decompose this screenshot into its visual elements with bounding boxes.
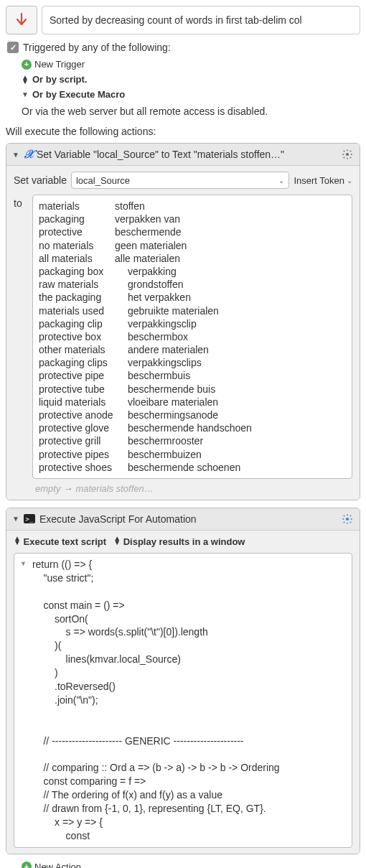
new-action-label: New Action	[34, 862, 81, 868]
or-by-execute-macro-label: Or by Execute Macro	[32, 89, 125, 100]
action-execute-javascript: ▼ >_ Execute JavaScript For Automation ▲…	[6, 508, 360, 854]
or-by-execute-macro-row[interactable]: ▼ Or by Execute Macro	[22, 89, 360, 100]
data-line: protective pipebeschermbuis	[39, 369, 346, 382]
arrow-right-icon: →	[63, 483, 72, 494]
terminal-icon: >_	[24, 514, 35, 523]
script-textarea[interactable]: ▼ return (() => { "use strict"; const ma…	[14, 553, 352, 848]
macro-title-input[interactable]	[42, 6, 360, 34]
script-output-select[interactable]: ▲▼ Display results in a window	[113, 536, 245, 547]
data-line: protective anodebeschermingsanode	[39, 409, 346, 421]
variable-x-icon: 𝒳	[24, 148, 32, 161]
gear-icon[interactable]	[341, 148, 354, 161]
data-line: protectivebeschermende	[39, 225, 346, 238]
action-title: Set Variable "local_Source" to Text "mat…	[37, 149, 284, 160]
will-execute-label: Will execute the following actions:	[6, 126, 360, 137]
variable-value-textarea[interactable]: materialsstoffenpackagingverpakken vanpr…	[32, 195, 352, 479]
data-line: packaging clipverpakkingsclip	[39, 317, 346, 330]
chevron-down-icon: ▼	[22, 90, 29, 98]
script-code: return (() => { "use strict"; const main…	[32, 558, 346, 843]
action-title: Execute JavaScript For Automation	[39, 513, 197, 525]
data-line: protective pipesbeschermbuizen	[39, 448, 346, 461]
action-header[interactable]: ▼ 𝒳 Set Variable "local_Source" to Text …	[6, 144, 360, 166]
insert-token-button[interactable]: Insert Token ⌄	[294, 175, 352, 186]
preview-result: materials stoffen…	[75, 483, 153, 494]
data-line: packaging clipsverpakkingsclips	[39, 356, 346, 369]
data-line: materialsstoffen	[39, 200, 346, 213]
data-line: raw materialsgrondstoffen	[39, 278, 346, 291]
data-line: protective boxbeschermbox	[39, 330, 346, 343]
down-arrow-icon	[13, 11, 30, 29]
updown-icon: ▲▼	[113, 536, 121, 545]
or-via-web-label: Or via the web server but all remote acc…	[22, 106, 360, 117]
updown-icon: ▲▼	[14, 536, 21, 545]
data-line: protective shoesbeschermende schoenen	[39, 461, 346, 474]
or-by-script-label: Or by script.	[32, 74, 88, 85]
data-line: protective tubebeschermende buis	[39, 383, 346, 396]
chevron-down-icon: ⌄	[278, 177, 284, 185]
plus-icon: +	[22, 60, 32, 70]
data-line: no materialsgeen materialen	[39, 239, 346, 252]
new-trigger-label: New Trigger	[34, 59, 85, 70]
triggers-enabled-checkbox[interactable]: ✓	[7, 42, 19, 53]
data-line: packaging boxverpakking	[39, 265, 346, 278]
variable-name-select[interactable]: local_Source ⌄	[71, 172, 289, 189]
preview-row: empty → materials stoffen…	[14, 483, 352, 494]
chevron-down-icon: ⌄	[347, 177, 352, 185]
triggers-label: Triggered by any of the following:	[23, 42, 171, 53]
gear-icon[interactable]	[341, 513, 354, 526]
data-line: the packaginghet verpakken	[39, 291, 346, 304]
preview-empty: empty	[35, 483, 60, 494]
data-line: materials usedgebruikte materialen	[39, 304, 346, 317]
chevron-down-icon: ▼	[12, 515, 19, 523]
data-line: protective glovebeschermende handschoen	[39, 421, 346, 434]
updown-icon: ▲▼	[22, 75, 29, 84]
data-line: other materialsandere materialen	[39, 343, 346, 356]
svg-point-0	[346, 153, 349, 156]
data-line: packagingverpakken van	[39, 213, 346, 225]
macro-icon-well[interactable]	[6, 6, 37, 34]
or-by-script-row[interactable]: ▲▼ Or by script.	[22, 74, 360, 85]
data-line: all materialsalle materialen	[39, 252, 346, 265]
chevron-down-icon: ▼	[12, 151, 19, 159]
data-line: protective grillbeschermrooster	[39, 434, 346, 447]
new-trigger-button[interactable]: + New Trigger	[22, 59, 360, 70]
action-header[interactable]: ▼ >_ Execute JavaScript For Automation	[6, 508, 360, 531]
new-action-button[interactable]: + New Action	[22, 862, 360, 868]
action-set-variable: ▼ 𝒳 Set Variable "local_Source" to Text …	[6, 143, 360, 500]
script-output-label: Display results in a window	[123, 536, 245, 547]
script-source-label: Execute text script	[24, 536, 107, 547]
to-label: to	[14, 195, 27, 209]
svg-point-1	[346, 518, 349, 521]
set-variable-label: Set variable	[14, 174, 67, 186]
plus-icon: +	[22, 862, 32, 868]
data-line: liquid materialsvloeibare materialen	[39, 396, 346, 409]
chevron-down-icon: ▼	[20, 558, 27, 843]
insert-token-label: Insert Token	[294, 175, 344, 186]
script-source-select[interactable]: ▲▼ Execute text script	[14, 536, 106, 547]
variable-name-value: local_Source	[76, 175, 130, 186]
